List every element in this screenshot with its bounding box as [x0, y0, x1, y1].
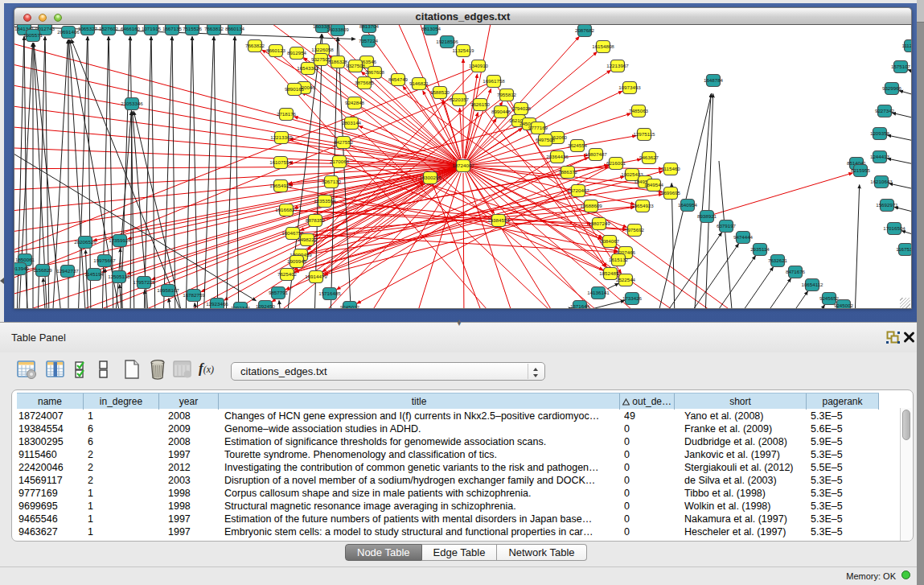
svg-text:10688609: 10688609 [580, 203, 602, 208]
svg-text:19975667: 19975667 [93, 257, 116, 263]
svg-text:1849544: 1849544 [644, 182, 664, 187]
svg-text:9327508: 9327508 [346, 63, 366, 68]
svg-text:20691406: 20691406 [57, 29, 80, 35]
svg-text:9463627: 9463627 [639, 154, 659, 160]
svg-text:8471676: 8471676 [786, 269, 806, 274]
svg-text:8990448: 8990448 [491, 109, 511, 114]
svg-text:8813704: 8813704 [359, 25, 380, 29]
svg-text:8660123: 8660123 [266, 47, 286, 53]
svg-text:3913949: 3913949 [14, 266, 30, 271]
svg-text:19218506: 19218506 [436, 39, 458, 44]
svg-text:6379197: 6379197 [717, 223, 737, 229]
svg-text:18300295: 18300295 [419, 175, 441, 180]
svg-text:12213967: 12213967 [606, 63, 629, 68]
svg-text:16543362: 16543362 [297, 65, 319, 71]
svg-text:3624554: 3624554 [568, 142, 588, 148]
svg-text:1167533: 1167533 [896, 246, 912, 252]
svg-text:16914479: 16914479 [305, 274, 327, 279]
svg-text:1640954: 1640954 [678, 202, 698, 208]
svg-text:6216001: 6216001 [606, 160, 626, 166]
svg-text:9115460: 9115460 [661, 166, 680, 171]
svg-text:13226058: 13226058 [311, 47, 334, 52]
svg-text:16033809: 16033809 [326, 27, 349, 32]
svg-text:15716485: 15716485 [318, 290, 341, 296]
svg-text:8660134: 8660134 [225, 26, 245, 31]
svg-text:1112056: 1112056 [901, 43, 912, 48]
svg-text:16154808: 16154808 [592, 43, 614, 49]
svg-text:16107554: 16107554 [269, 159, 292, 165]
svg-text:6497508: 6497508 [536, 137, 556, 142]
svg-text:7886372: 7886372 [558, 169, 578, 175]
svg-text:19384554: 19384554 [487, 217, 510, 223]
svg-text:8220357: 8220357 [450, 97, 470, 102]
svg-text:12975115: 12975115 [633, 131, 655, 137]
svg-text:16210643: 16210643 [870, 179, 893, 184]
svg-text:7663822: 7663822 [245, 43, 265, 48]
svg-text:19166827: 19166827 [275, 207, 298, 212]
svg-text:2718176: 2718176 [277, 111, 297, 117]
svg-text:1071915: 1071915 [142, 26, 162, 31]
svg-text:1156829: 1156829 [33, 267, 52, 273]
svg-text:7625402: 7625402 [277, 271, 298, 277]
svg-text:7515526: 7515526 [183, 26, 203, 31]
svg-text:7485063: 7485063 [629, 108, 649, 113]
svg-text:1065327: 1065327 [78, 26, 98, 31]
svg-text:9146821: 9146821 [409, 80, 429, 86]
svg-text:2522544: 2522544 [616, 277, 636, 282]
svg-text:1292344: 1292344 [231, 305, 251, 308]
svg-text:9245652: 9245652 [819, 295, 840, 301]
svg-text:10958107: 10958107 [157, 287, 179, 293]
svg-text:17957225: 17957225 [133, 279, 155, 285]
svg-text:21053346: 21053346 [121, 101, 143, 106]
svg-text:19654923: 19654923 [631, 203, 654, 208]
svg-text:12213369: 12213369 [270, 134, 293, 140]
svg-text:9474444: 9474444 [733, 234, 754, 240]
svg-text:9329966: 9329966 [882, 85, 902, 91]
svg-text:2803144: 2803144 [342, 120, 362, 126]
svg-text:3267130: 3267130 [322, 179, 342, 184]
svg-text:18807249: 18807249 [588, 220, 610, 226]
svg-text:20206526: 20206526 [74, 239, 97, 245]
svg-text:11325419: 11325419 [452, 47, 474, 53]
svg-text:1909945: 1909945 [287, 258, 307, 264]
svg-text:7357224: 7357224 [359, 38, 379, 43]
svg-text:12505135: 12505135 [108, 274, 130, 279]
svg-text:18724007: 18724007 [452, 163, 474, 168]
svg-text:10654112: 10654112 [801, 282, 823, 287]
svg-text:8186328: 8186328 [328, 59, 348, 64]
svg-text:17016504: 17016504 [883, 225, 906, 231]
svg-text:10807487: 10807487 [585, 151, 607, 157]
svg-text:1145194: 1145194 [84, 271, 104, 277]
svg-text:8427552: 8427552 [334, 139, 354, 145]
svg-text:18524851: 18524851 [599, 270, 622, 276]
svg-text:7955812: 7955812 [497, 92, 517, 97]
svg-text:1092450: 1092450 [256, 303, 276, 308]
svg-text:1733426: 1733426 [622, 295, 643, 301]
svg-text:1615132: 1615132 [609, 257, 629, 262]
svg-text:9857791: 9857791 [269, 290, 289, 295]
svg-text:1667135: 1667135 [162, 26, 183, 31]
svg-text:1340910: 1340910 [469, 63, 489, 68]
svg-text:7663812: 7663812 [204, 26, 224, 31]
svg-text:1371644: 1371644 [570, 303, 590, 308]
svg-text:1905571: 1905571 [23, 32, 43, 38]
svg-text:16961758: 16961758 [483, 78, 505, 84]
svg-text:6466160: 6466160 [121, 26, 141, 31]
svg-text:2170064: 2170064 [330, 159, 350, 164]
svg-text:9242848: 9242848 [345, 100, 365, 105]
svg-text:9245002: 9245002 [834, 303, 854, 308]
svg-text:7975692: 7975692 [625, 227, 645, 233]
svg-text:8813054: 8813054 [421, 26, 441, 31]
svg-text:9227342: 9227342 [875, 108, 895, 113]
svg-text:9626150: 9626150 [470, 101, 491, 107]
svg-text:9084067: 9084067 [600, 238, 620, 244]
svg-text:3875685: 3875685 [355, 80, 375, 85]
svg-text:8215955: 8215955 [851, 167, 871, 173]
svg-text:1527602: 1527602 [99, 26, 119, 31]
svg-text:1850061: 1850061 [15, 257, 35, 262]
svg-text:6794028: 6794028 [511, 105, 532, 111]
svg-text:8878352: 8878352 [306, 217, 326, 223]
svg-text:9498222: 9498222 [298, 237, 318, 242]
svg-text:14136141: 14136141 [587, 290, 610, 295]
svg-text:9777169: 9777169 [528, 125, 548, 130]
